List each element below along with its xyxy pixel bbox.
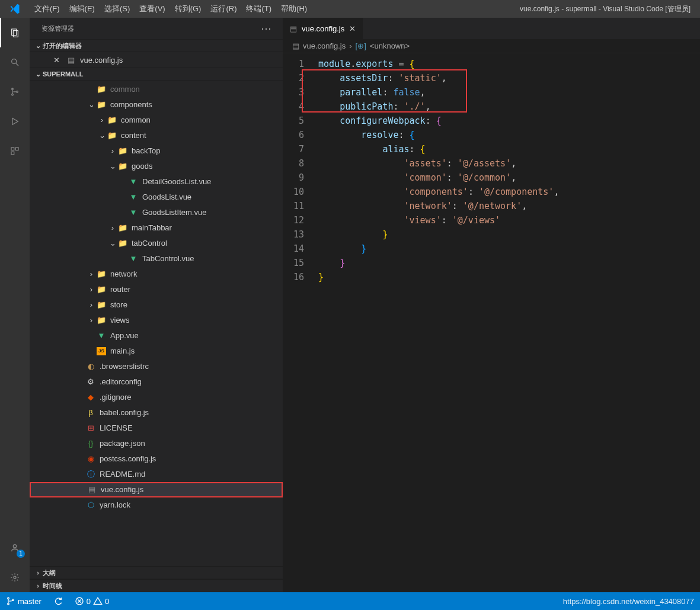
warning-icon bbox=[93, 596, 103, 606]
tree-item[interactable]: ›📁network bbox=[30, 267, 283, 282]
status-sync[interactable] bbox=[47, 596, 69, 606]
window-title: vue.config.js - supermall - Visual Studi… bbox=[312, 4, 700, 14]
file-icon: ▼ bbox=[128, 207, 139, 218]
tree-item[interactable]: ▼DetailGoodsList.vue bbox=[30, 174, 283, 190]
tree-item[interactable]: 📁common bbox=[30, 82, 283, 97]
tree-item-label: router bbox=[110, 282, 130, 297]
tree-item[interactable]: ›📁backTop bbox=[30, 143, 283, 159]
tree-item[interactable]: ›📁common bbox=[30, 113, 283, 128]
menu-item[interactable]: 编辑(E) bbox=[65, 0, 100, 18]
tree-item[interactable]: ⌄📁goods bbox=[30, 159, 283, 174]
file-icon: JS bbox=[96, 346, 107, 357]
tree-item[interactable]: ⬡yarn.lock bbox=[30, 497, 283, 513]
tree-item[interactable]: ⚙.editorconfig bbox=[30, 374, 283, 390]
sidebar-title: 资源管理器 ⋯ bbox=[30, 18, 283, 39]
tree-item[interactable]: ⌄📁tabControl bbox=[30, 236, 283, 251]
menu-item[interactable]: 帮助(H) bbox=[276, 0, 312, 18]
menu-item[interactable]: 文件(F) bbox=[30, 0, 65, 18]
tree-item[interactable]: ⓘREADME.md bbox=[30, 467, 283, 482]
file-icon: {} bbox=[85, 438, 96, 449]
status-branch[interactable]: master bbox=[0, 596, 47, 606]
accounts-icon[interactable]: 1 bbox=[0, 533, 30, 563]
tree-item[interactable]: ›📁views bbox=[30, 313, 283, 328]
tree-item[interactable]: ▼App.vue bbox=[30, 328, 283, 343]
tab-vue-config[interactable]: ▤ vue.config.js ✕ bbox=[283, 18, 363, 39]
tree-item[interactable]: βbabel.config.js bbox=[30, 405, 283, 420]
tree-item[interactable]: ›📁store bbox=[30, 297, 283, 313]
file-icon: 📁 bbox=[107, 130, 117, 141]
svg-point-11 bbox=[13, 545, 16, 548]
code-line: 'assets': '@/assets', bbox=[318, 156, 700, 171]
svg-point-13 bbox=[8, 598, 9, 599]
menu-item[interactable]: 转到(G) bbox=[170, 0, 206, 18]
close-icon[interactable]: ✕ bbox=[349, 24, 356, 33]
file-tree: 📁common⌄📁components›📁common⌄📁content›📁ba… bbox=[30, 81, 283, 566]
breadcrumb[interactable]: ▤ vue.config.js › [⊕] <unknown> bbox=[283, 39, 700, 53]
menu-item[interactable]: 运行(R) bbox=[206, 0, 241, 18]
file-icon: β bbox=[85, 407, 96, 418]
run-debug-icon[interactable] bbox=[0, 107, 30, 136]
code-line: 'components': '@/components', bbox=[318, 185, 700, 199]
file-icon: ▼ bbox=[128, 253, 139, 264]
timeline-label: 时间线 bbox=[43, 582, 62, 590]
file-icon: ◉ bbox=[85, 454, 96, 464]
settings-gear-icon[interactable] bbox=[0, 563, 30, 592]
chevron-right-icon: › bbox=[33, 569, 43, 576]
tree-item[interactable]: ›📁mainTabbar bbox=[30, 220, 283, 236]
explorer-icon[interactable] bbox=[0, 18, 30, 47]
tree-item[interactable]: ⌄📁components bbox=[30, 97, 283, 113]
outline-label: 大纲 bbox=[43, 569, 56, 577]
more-actions-icon[interactable]: ⋯ bbox=[261, 22, 271, 35]
tree-item-label: content bbox=[121, 128, 146, 143]
code-area[interactable]: 12345678910111213141516 module.exports =… bbox=[283, 53, 700, 592]
svg-point-5 bbox=[12, 94, 14, 95]
open-editor-item[interactable]: ✕ ▤ vue.config.js bbox=[30, 52, 283, 68]
tree-item[interactable]: ◐.browserslistrc bbox=[30, 359, 283, 374]
chevron-down-icon: ⌄ bbox=[33, 70, 43, 78]
titlebar: 文件(F)编辑(E)选择(S)查看(V)转到(G)运行(R)终端(T)帮助(H)… bbox=[0, 0, 700, 18]
file-icon: ◆ bbox=[85, 392, 96, 403]
tree-item-label: babel.config.js bbox=[100, 405, 149, 420]
outline-header[interactable]: › 大纲 bbox=[30, 566, 283, 579]
tree-item[interactable]: ▼GoodsList.vue bbox=[30, 190, 283, 205]
open-editor-filename: vue.config.js bbox=[80, 56, 123, 65]
tree-item-label: common bbox=[110, 82, 140, 97]
timeline-header[interactable]: › 时间线 bbox=[30, 579, 283, 592]
project-name: SUPERMALL bbox=[43, 70, 83, 78]
tree-item[interactable]: ›📁router bbox=[30, 282, 283, 297]
file-icon: ⓘ bbox=[85, 469, 96, 480]
breadcrumb-separator: › bbox=[349, 41, 351, 50]
file-icon: ▼ bbox=[128, 192, 139, 203]
tree-item[interactable]: ◉postcss.config.js bbox=[30, 451, 283, 467]
project-header[interactable]: ⌄ SUPERMALL bbox=[30, 68, 283, 81]
tree-item[interactable]: JSmain.js bbox=[30, 343, 283, 359]
svg-rect-9 bbox=[15, 147, 18, 150]
tree-item[interactable]: {}package.json bbox=[30, 436, 283, 451]
status-problems[interactable]: 0 0 bbox=[69, 596, 115, 606]
search-icon[interactable] bbox=[0, 47, 30, 77]
file-icon: 📁 bbox=[96, 300, 107, 310]
tree-item[interactable]: ◆.gitignore bbox=[30, 390, 283, 405]
breadcrumb-file: vue.config.js bbox=[303, 41, 346, 50]
source-control-icon[interactable] bbox=[0, 77, 30, 107]
file-icon: 📁 bbox=[96, 269, 107, 280]
close-icon[interactable]: ✕ bbox=[53, 56, 60, 65]
menubar: 文件(F)编辑(E)选择(S)查看(V)转到(G)运行(R)终端(T)帮助(H) bbox=[30, 0, 312, 18]
tree-item[interactable]: ▼TabControl.vue bbox=[30, 251, 283, 267]
gutter: 12345678910111213141516 bbox=[283, 53, 318, 592]
tree-item[interactable]: ⊞LICENSE bbox=[30, 420, 283, 436]
file-icon: 📁 bbox=[117, 238, 128, 249]
svg-marker-19 bbox=[94, 598, 101, 604]
menu-item[interactable]: 终端(T) bbox=[241, 0, 276, 18]
tree-item[interactable]: ⌄📁content bbox=[30, 128, 283, 143]
error-icon bbox=[75, 596, 84, 606]
open-editors-header[interactable]: ⌄ 打开的编辑器 bbox=[30, 39, 283, 52]
branch-icon bbox=[6, 596, 15, 606]
tree-item-label: components bbox=[110, 97, 152, 113]
menu-item[interactable]: 选择(S) bbox=[100, 0, 135, 18]
tree-item[interactable]: ▤vue.config.js bbox=[30, 482, 283, 497]
extensions-icon[interactable] bbox=[0, 136, 30, 166]
tree-item-label: README.md bbox=[100, 467, 145, 482]
menu-item[interactable]: 查看(V) bbox=[135, 0, 170, 18]
tree-item[interactable]: ▼GoodsListItem.vue bbox=[30, 205, 283, 220]
